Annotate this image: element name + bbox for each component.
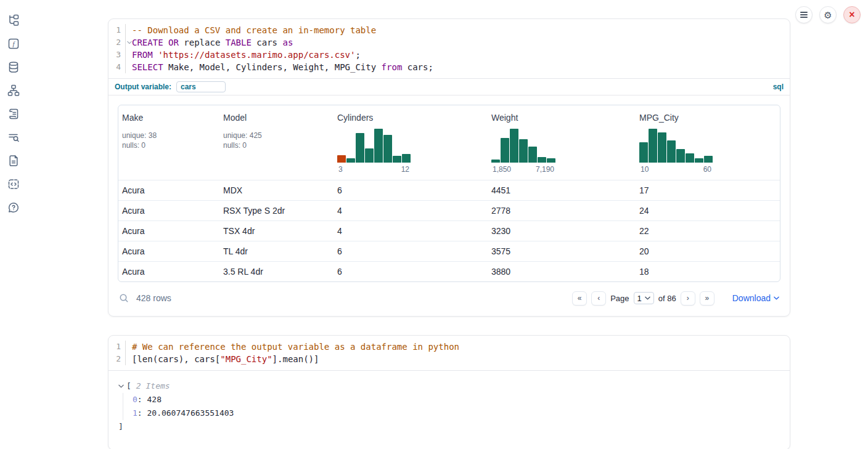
- histogram-bar: [667, 140, 676, 163]
- histogram-weight: 1,850 7,190: [491, 129, 632, 174]
- download-button[interactable]: Download: [732, 293, 779, 303]
- code-text: CREATE OR replace TABLE cars as: [126, 36, 293, 49]
- cell-make: Acura: [118, 246, 219, 256]
- hist-max-label: 12: [401, 165, 409, 174]
- item-value: 20.060747663551403: [147, 408, 234, 418]
- code-text: SELECT Make, Model, Cylinders, Weight, M…: [126, 61, 433, 73]
- shutdown-close-icon[interactable]: ×: [843, 6, 861, 23]
- python-output-area: [ 2 Items 0: 428 1: 20.060747663551403 ]: [108, 370, 790, 449]
- column-name[interactable]: Model: [223, 113, 330, 123]
- hist-min-label: 3: [338, 165, 343, 174]
- table-body: Acura MDX 6 4451 17 Acura RSX Type S 2dr…: [118, 180, 780, 281]
- column-header-weight: Weight 1,850 7,190: [488, 113, 636, 174]
- output-variable-label: Output variable:: [115, 83, 171, 91]
- sidebar: f: [0, 0, 27, 449]
- chevron-down-icon: [645, 296, 650, 300]
- histogram-bar: [337, 155, 346, 163]
- close-bracket: ]: [118, 420, 780, 434]
- list-item: 0: 428: [133, 393, 780, 407]
- cell-weight: 3230: [488, 226, 636, 236]
- data-table: Make unique: 38nulls: 0 Model unique: 42…: [118, 105, 780, 282]
- database-icon[interactable]: [7, 60, 20, 74]
- code-text: -- Download a CSV and create an in-memor…: [126, 24, 376, 36]
- histogram-bar: [519, 139, 528, 163]
- language-badge[interactable]: sql: [773, 83, 784, 91]
- code-text: # We can reference the output variable a…: [126, 341, 459, 353]
- dependency-graph-icon[interactable]: [7, 84, 20, 97]
- histogram-cylinders: 3 12: [337, 129, 484, 174]
- code-line: 1 # We can reference the output variable…: [108, 341, 790, 353]
- help-bubble-icon[interactable]: [7, 201, 20, 214]
- first-page-button[interactable]: «: [572, 291, 587, 305]
- histogram-bar: [686, 153, 694, 163]
- histogram-bar: [547, 158, 555, 163]
- table-row[interactable]: Acura RSX Type S 2dr 4 2778 24: [118, 200, 780, 220]
- cell-weight: 4451: [488, 185, 636, 195]
- histogram-bar: [356, 133, 364, 163]
- item-value: 428: [147, 395, 161, 404]
- column-name[interactable]: Weight: [491, 113, 632, 123]
- histogram-bar: [538, 157, 546, 163]
- next-page-button[interactable]: ›: [681, 291, 695, 305]
- logs-scroll-icon[interactable]: [7, 107, 20, 121]
- cell-mpg-city: 22: [636, 226, 780, 236]
- table-row[interactable]: Acura MDX 6 4451 17: [118, 180, 780, 200]
- cell-model: TL 4dr: [219, 246, 334, 256]
- code-text: [len(cars), cars["MPG_City"].mean()]: [126, 353, 319, 365]
- cell-model: 3.5 RL 4dr: [219, 267, 334, 277]
- code-line: 2 [len(cars), cars["MPG_City"].mean()]: [108, 353, 790, 365]
- notebook-area: 1 -- Download a CSV and create an in-mem…: [108, 18, 790, 449]
- menu-icon[interactable]: [795, 6, 813, 23]
- histogram-bar: [704, 156, 713, 163]
- column-header-model: Model unique: 425nulls: 0: [219, 113, 334, 174]
- python-cell: 1 # We can reference the output variable…: [108, 335, 790, 449]
- collapse-chevron-icon[interactable]: [118, 384, 124, 388]
- settings-gear-icon[interactable]: ⚙: [819, 6, 837, 23]
- hist-min-label: 1,850: [493, 165, 511, 174]
- code-text: FROM 'https://datasets.marimo.app/cars.c…: [126, 49, 361, 61]
- file-tree-icon[interactable]: [7, 14, 20, 27]
- line-number: 4: [108, 61, 126, 73]
- fold-chevron-icon[interactable]: [127, 41, 132, 44]
- column-stat-nulls: nulls: 0: [122, 140, 216, 150]
- page-select[interactable]: 1: [634, 292, 654, 304]
- search-icon[interactable]: [119, 293, 129, 303]
- histogram-bar: [374, 129, 383, 163]
- column-stat-unique: unique: 38: [122, 131, 216, 140]
- list-item: 1: 20.060747663551403: [133, 407, 780, 420]
- table-row[interactable]: Acura TSX 4dr 4 3230 22: [118, 220, 780, 241]
- hist-max-label: 60: [703, 165, 711, 174]
- cell-model: TSX 4dr: [219, 226, 334, 236]
- hist-min-label: 10: [641, 165, 649, 174]
- column-stat-unique: unique: 425: [223, 131, 330, 140]
- column-name[interactable]: Cylinders: [337, 113, 484, 123]
- table-row[interactable]: Acura 3.5 RL 4dr 6 3880 18: [118, 261, 780, 281]
- cell-cylinders: 6: [334, 185, 488, 195]
- sql-code-editor[interactable]: 1 -- Download a CSV and create an in-mem…: [108, 19, 790, 78]
- document-icon[interactable]: [7, 154, 20, 168]
- output-variable-input[interactable]: [176, 81, 226, 92]
- column-stat-nulls: nulls: 0: [223, 140, 330, 150]
- code-square-icon[interactable]: [7, 177, 20, 191]
- column-name[interactable]: Make: [122, 113, 216, 123]
- python-code-editor[interactable]: 1 # We can reference the output variable…: [108, 336, 790, 370]
- page-total-label: of 86: [658, 294, 676, 303]
- prev-page-button[interactable]: ‹: [591, 291, 606, 305]
- line-number: 1: [108, 341, 126, 353]
- cell-make: Acura: [118, 226, 219, 236]
- histogram-bar: [393, 156, 401, 163]
- function-square-icon[interactable]: f: [7, 37, 20, 51]
- histogram-bar: [639, 142, 648, 163]
- cell-weight: 3575: [488, 246, 636, 256]
- list-search-icon[interactable]: [7, 131, 20, 144]
- column-name[interactable]: MPG_City: [639, 113, 776, 123]
- cell-cylinders: 6: [334, 267, 488, 277]
- histogram-bar: [528, 147, 537, 163]
- cell-cylinders: 4: [334, 206, 488, 216]
- table-row[interactable]: Acura TL 4dr 6 3575 20: [118, 241, 780, 261]
- cell-weight: 3880: [488, 267, 636, 277]
- list-entries: 0: 428 1: 20.060747663551403: [123, 393, 780, 420]
- cell-mpg-city: 17: [636, 185, 780, 195]
- cell-cylinders: 6: [334, 246, 488, 256]
- last-page-button[interactable]: »: [700, 291, 714, 305]
